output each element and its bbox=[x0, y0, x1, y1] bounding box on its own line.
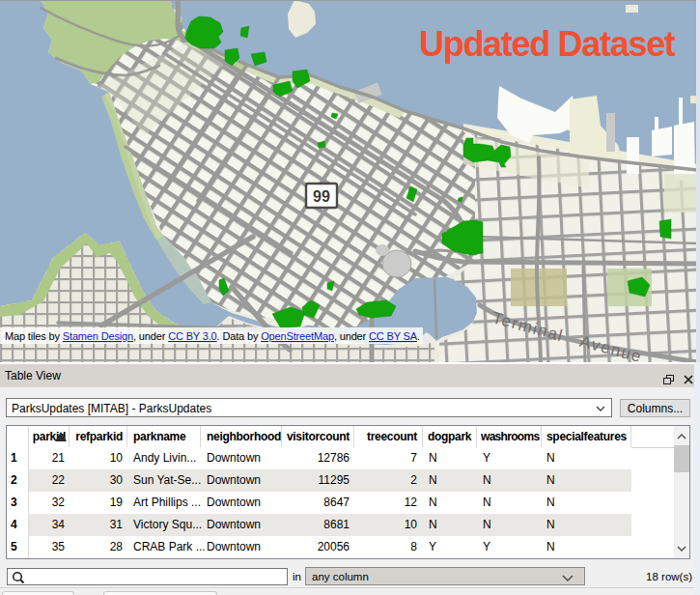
svg-text:Updated Dataset: Updated Dataset bbox=[419, 24, 676, 64]
svg-text:99: 99 bbox=[313, 188, 330, 205]
svg-text:Map tiles by Stamen Design, un: Map tiles by Stamen Design, under CC BY … bbox=[5, 330, 420, 342]
